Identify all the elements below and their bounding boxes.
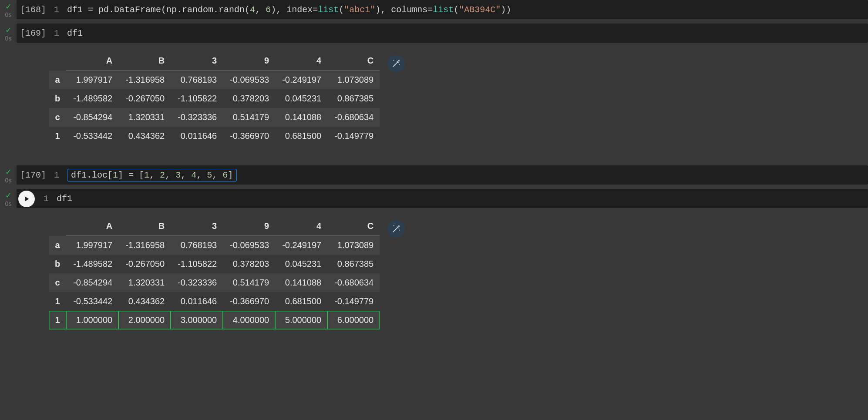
table-cell: -0.249197 <box>275 236 327 255</box>
cell-output: AB394Ca1.997917-1.3169580.768193-0.06953… <box>49 51 868 145</box>
table-row: 11.0000002.0000003.0000004.0000005.00000… <box>49 311 380 329</box>
column-header: 4 <box>275 217 327 236</box>
table-cell: 0.768193 <box>171 236 223 255</box>
table-cell: -0.249197 <box>275 71 327 90</box>
status-ok-icon: ✓ <box>5 26 12 34</box>
table-cell: -0.149779 <box>327 292 380 311</box>
cell-gutter: ✓ 0s <box>0 189 17 207</box>
table-row: b-1.489582-0.267050-1.1058220.3782030.04… <box>49 89 380 108</box>
column-header: C <box>327 217 380 236</box>
table-cell: 0.011646 <box>171 292 223 311</box>
table-cell: 0.011646 <box>171 127 223 145</box>
line-number: 1 <box>50 170 67 180</box>
table-cell: 0.434362 <box>118 127 171 145</box>
table-cell: 0.045231 <box>275 89 327 108</box>
code-input-row[interactable]: [170] 1 df1.loc[1] = [1, 2, 3, 4, 5, 6] <box>17 165 868 185</box>
table-row: a1.997917-1.3169580.768193-0.069533-0.24… <box>49 71 380 90</box>
code-input-row[interactable]: [169] 1 df1 <box>17 24 868 43</box>
column-header: B <box>118 217 171 236</box>
code-editor[interactable]: df1 <box>57 194 868 204</box>
table-cell: 2.000000 <box>118 311 171 329</box>
column-header: 4 <box>275 51 327 71</box>
table-cell: -0.680634 <box>327 108 380 127</box>
table-cell: 0.867385 <box>327 89 380 108</box>
cell-gutter: ✓ 0s <box>0 24 17 42</box>
table-cell: 3.000000 <box>171 311 223 329</box>
magic-wand-icon[interactable] <box>387 220 405 238</box>
table-cell: -1.316958 <box>118 71 171 90</box>
table-cell: -0.267050 <box>118 255 171 273</box>
table-cell: 0.141088 <box>275 108 327 127</box>
code-cell: ✓ 0s [168] 1 df1 = pd.DataFrame(np.rando… <box>0 0 868 19</box>
line-number: 1 <box>40 194 57 204</box>
row-index: 1 <box>49 311 66 329</box>
table-cell: -1.105822 <box>171 89 223 108</box>
status-ok-icon: ✓ <box>5 168 12 176</box>
status-ok-icon: ✓ <box>5 3 12 10</box>
run-cell-button[interactable] <box>18 191 35 207</box>
table-row: a1.997917-1.3169580.768193-0.069533-0.24… <box>49 236 380 255</box>
magic-wand-icon[interactable] <box>387 55 405 72</box>
table-cell: 0.434362 <box>118 292 171 311</box>
table-cell: 0.514179 <box>223 273 275 292</box>
table-cell: -1.489582 <box>66 89 118 108</box>
table-corner <box>49 51 66 71</box>
exec-time: 0s <box>5 35 12 42</box>
code-cell: ✓ 0s 1 df1 AB394Ca1.997917-1.3169580.768… <box>0 189 868 345</box>
code-editor[interactable]: df1.loc[1] = [1, 2, 3, 4, 5, 6] <box>67 169 237 181</box>
table-cell: -0.854294 <box>66 273 118 292</box>
exec-time: 0s <box>5 11 12 18</box>
table-corner <box>49 217 66 236</box>
table-cell: 1.320331 <box>118 273 171 292</box>
table-cell: -0.323336 <box>171 108 223 127</box>
table-cell: -0.366970 <box>223 127 275 145</box>
table-cell: -0.069533 <box>223 71 275 90</box>
table-cell: -1.105822 <box>171 255 223 273</box>
table-cell: 5.000000 <box>275 311 327 329</box>
table-row: 1-0.5334420.4343620.011646-0.3669700.681… <box>49 127 380 145</box>
table-row: b-1.489582-0.267050-1.1058220.3782030.04… <box>49 255 380 273</box>
table-cell: 0.867385 <box>327 255 380 273</box>
column-header: 3 <box>171 51 223 71</box>
table-cell: -0.854294 <box>66 108 118 127</box>
row-index: c <box>49 273 66 292</box>
column-header: C <box>327 51 380 71</box>
exec-time: 0s <box>5 177 12 184</box>
table-row: c-0.8542941.320331-0.3233360.5141790.141… <box>49 273 380 292</box>
table-cell: 0.378203 <box>223 255 275 273</box>
table-cell: 0.045231 <box>275 255 327 273</box>
code-input-row[interactable]: [168] 1 df1 = pd.DataFrame(np.random.ran… <box>17 0 868 19</box>
code-editor[interactable]: df1 <box>67 28 868 38</box>
code-input-row[interactable]: 1 df1 <box>17 189 868 208</box>
row-index: a <box>49 236 66 255</box>
row-index: 1 <box>49 127 66 145</box>
table-cell: 0.681500 <box>275 292 327 311</box>
exec-count: [169] <box>18 28 50 38</box>
table-cell: 1.320331 <box>118 108 171 127</box>
table-cell: -0.267050 <box>118 89 171 108</box>
exec-time: 0s <box>5 200 12 207</box>
code-editor[interactable]: df1 = pd.DataFrame(np.random.randn(4, 6)… <box>67 5 868 15</box>
table-cell: -0.149779 <box>327 127 380 145</box>
exec-count: [168] <box>18 5 50 15</box>
table-cell: -0.069533 <box>223 236 275 255</box>
table-cell: -0.680634 <box>327 273 380 292</box>
row-index: c <box>49 108 66 127</box>
code-cell: ✓ 0s [169] 1 df1 AB394Ca1.997917-1.31695… <box>0 24 868 161</box>
table-cell: -1.489582 <box>66 255 118 273</box>
table-cell: 6.000000 <box>327 311 380 329</box>
table-cell: 1.000000 <box>66 311 118 329</box>
code-cell: ✓ 0s [170] 1 df1.loc[1] = [1, 2, 3, 4, 5… <box>0 165 868 185</box>
table-cell: 0.141088 <box>275 273 327 292</box>
exec-count: [170] <box>18 170 50 180</box>
table-cell: 1.073089 <box>327 71 380 90</box>
table-cell: 1.073089 <box>327 236 380 255</box>
table-cell: -0.533442 <box>66 127 118 145</box>
column-header: 3 <box>171 217 223 236</box>
row-index: 1 <box>49 292 66 311</box>
table-row: 1-0.5334420.4343620.011646-0.3669700.681… <box>49 292 380 311</box>
table-cell: -0.323336 <box>171 273 223 292</box>
table-cell: 0.768193 <box>171 71 223 90</box>
dataframe-table: AB394Ca1.997917-1.3169580.768193-0.06953… <box>49 217 380 329</box>
column-header: A <box>66 217 118 236</box>
